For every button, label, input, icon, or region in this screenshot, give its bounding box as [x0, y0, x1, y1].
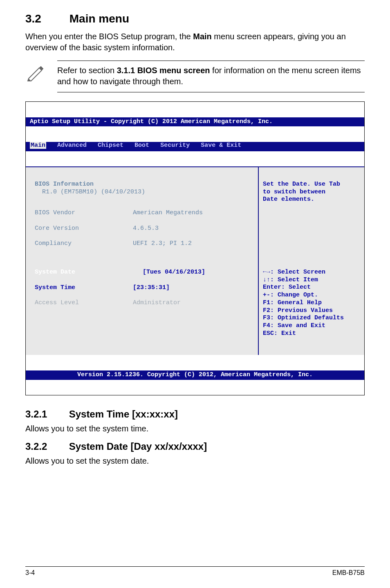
access-level-label: Access Level — [35, 299, 133, 307]
subsection-2-number: 3.2.2 — [25, 441, 66, 452]
doc-model: EMB-B75B — [332, 569, 365, 577]
bios-left-pane: BIOS Information R1.0 (EM75BM10) (04/10/… — [26, 166, 258, 355]
page-number: 3-4 — [25, 569, 35, 577]
pencil-note-icon — [25, 61, 45, 83]
bios-version-line: R1.0 (EM75BM10) (04/10/2013) — [42, 189, 145, 195]
section-number: 3.2 — [25, 12, 66, 25]
bios-compliancy-value: UEFI 2.3; PI 1.2 — [133, 240, 192, 248]
subsection-1-number: 3.2.1 — [25, 408, 66, 420]
section-heading: 3.2 Main menu — [25, 12, 365, 25]
tab-advanced[interactable]: Advanced — [57, 142, 87, 149]
help-key-esc-exit: ESC: Exit — [263, 330, 296, 337]
help-key-save-exit: F4: Save and Exit — [263, 322, 325, 329]
system-date-label[interactable]: System Date — [35, 269, 133, 276]
help-key-enter: Enter: Select — [263, 284, 311, 291]
bios-core-value: 4.6.5.3 — [133, 225, 159, 233]
help-desc-2: to switch between — [263, 189, 325, 195]
bios-vendor-value: American Megatrends — [133, 209, 203, 217]
system-date-value[interactable]: [Tues 04/16/2013] — [133, 269, 205, 276]
bios-vendor-label: BIOS Vendor — [35, 209, 133, 217]
subsection-1-heading: 3.2.1 System Time [xx:xx:xx] — [25, 408, 365, 420]
access-level-value: Administrator — [133, 299, 181, 307]
tab-chipset[interactable]: Chipset — [98, 142, 123, 149]
system-time-value[interactable]: [23:35:31] — [133, 284, 170, 292]
tab-main[interactable]: Main — [30, 142, 46, 149]
help-key-select-item: ↓↑: Select Item — [263, 276, 318, 283]
bios-info-title: BIOS Information — [35, 181, 94, 188]
section-intro: When you enter the BIOS Setup program, t… — [25, 31, 365, 53]
note-block: Refer to section 3.1.1 BIOS menu screen … — [25, 61, 365, 92]
subsection-1-title: System Time [xx:xx:xx] — [69, 408, 178, 420]
subsection-1-body: Allows you to set the system time. — [25, 424, 365, 433]
bios-tabs: Main Advanced Chipset Boot Security Save… — [26, 142, 364, 151]
bios-compliancy-label: Compliancy — [35, 240, 133, 248]
bios-footer: Version 2.15.1236. Copyright (C) 2012, A… — [26, 370, 364, 380]
tab-boot[interactable]: Boot — [134, 142, 149, 149]
bios-header: Aptio Setup Utility - Copyright (C) 2012… — [26, 117, 364, 127]
system-time-label[interactable]: System Time — [35, 284, 133, 292]
subsection-2-body: Allows you to set the system date. — [25, 456, 365, 466]
page-footer: 3-4 EMB-B75B — [25, 566, 365, 577]
subsection-2-title: System Date [Day xx/xx/xxxx] — [69, 441, 207, 452]
help-key-previous-values: F2: Previous Values — [263, 307, 333, 314]
help-key-optimized-defaults: F3: Optimized Defaults — [263, 314, 344, 321]
help-desc-1: Set the Date. Use Tab — [263, 181, 340, 188]
help-key-change-opt: +-: Change Opt. — [263, 292, 318, 298]
bios-help-pane: Set the Date. Use Tab to switch between … — [258, 166, 364, 355]
tab-security[interactable]: Security — [160, 142, 190, 149]
help-desc-3: Date elements. — [263, 196, 314, 203]
bios-core-label: Core Version — [35, 225, 133, 233]
section-title-text: Main menu — [69, 12, 129, 25]
help-key-general-help: F1: General Help — [263, 299, 322, 306]
help-key-select-screen: ←→: Select Screen — [263, 269, 325, 276]
bios-panel: Aptio Setup Utility - Copyright (C) 2012… — [25, 101, 365, 395]
note-text: Refer to section 3.1.1 BIOS menu screen … — [57, 61, 365, 92]
tab-save-exit[interactable]: Save & Exit — [201, 142, 241, 149]
subsection-2-heading: 3.2.2 System Date [Day xx/xx/xxxx] — [25, 441, 365, 452]
